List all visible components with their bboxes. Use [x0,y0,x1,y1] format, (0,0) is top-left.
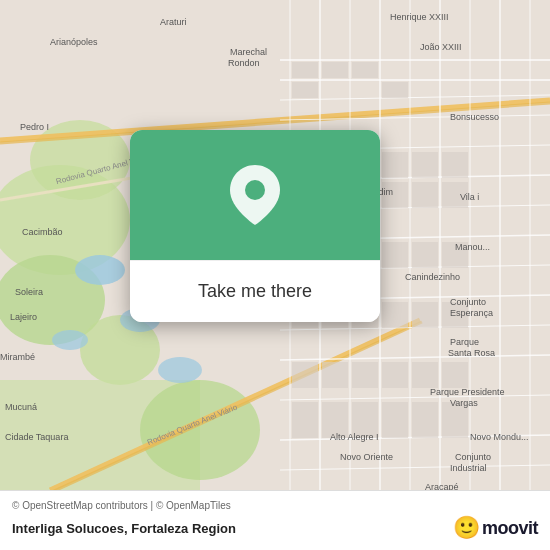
svg-text:Esperança: Esperança [450,308,493,318]
svg-rect-60 [382,242,408,268]
svg-text:Cidade Taquara: Cidade Taquara [5,432,68,442]
svg-text:Mucuná: Mucuná [5,402,37,412]
svg-text:Canindezinho: Canindezinho [405,272,460,282]
svg-point-114 [245,180,265,200]
svg-rect-72 [382,362,408,388]
svg-text:Santa Rosa: Santa Rosa [448,348,495,358]
svg-point-6 [140,380,260,480]
svg-text:Vila i: Vila i [460,192,479,202]
svg-text:Marechal: Marechal [230,47,267,57]
svg-text:Conjunto: Conjunto [450,297,486,307]
moovit-brand-text: moovit [482,518,538,539]
svg-point-9 [52,330,88,350]
svg-rect-78 [382,402,408,438]
svg-text:Novo Mondu...: Novo Mondu... [470,432,529,442]
svg-point-7 [75,255,125,285]
svg-rect-70 [322,362,348,388]
svg-rect-48 [382,152,408,178]
svg-text:Parque Presidente: Parque Presidente [430,387,505,397]
svg-text:Vargas: Vargas [450,398,478,408]
svg-rect-73 [412,362,438,388]
svg-rect-66 [382,302,408,328]
svg-text:Arianópoles: Arianópoles [50,37,98,47]
svg-rect-50 [442,152,468,178]
svg-rect-71 [352,362,378,388]
take-me-there-button[interactable]: Take me there [150,275,360,308]
svg-text:Lajeiro: Lajeiro [10,312,37,322]
svg-rect-75 [292,402,318,438]
svg-rect-61 [412,242,438,268]
svg-rect-43 [352,62,378,78]
svg-rect-42 [292,82,318,98]
svg-text:Soleira: Soleira [15,287,43,297]
svg-text:Rondon: Rondon [228,58,260,68]
svg-text:Industrial: Industrial [450,463,487,473]
svg-rect-74 [442,362,468,388]
map-attribution: © OpenStreetMap contributors | © OpenMap… [12,500,538,511]
svg-text:Alto Alegre I: Alto Alegre I [330,432,379,442]
location-row: Interliga Solucoes, Fortaleza Region 🙂 m… [12,515,538,541]
svg-text:Henrique XXIII: Henrique XXIII [390,12,449,22]
card-map-area [130,130,380,260]
svg-point-10 [158,357,202,383]
svg-text:Cacimbão: Cacimbão [22,227,63,237]
svg-rect-40 [292,62,318,78]
svg-rect-49 [412,152,438,178]
moovit-smiley-icon: 🙂 [453,515,480,541]
card-button-area: Take me there [130,260,380,322]
svg-text:Manou...: Manou... [455,242,490,252]
map-container: Araturi Arianópoles Pedro I Cacimbão Sol… [0,0,550,490]
svg-text:Mirambé: Mirambé [0,352,35,362]
svg-text:Araturi: Araturi [160,17,187,27]
svg-rect-67 [412,302,438,328]
svg-text:Aracapé: Aracapé [425,482,459,490]
destination-card: Take me there [130,130,380,322]
bottom-bar: © OpenStreetMap contributors | © OpenMap… [0,490,550,550]
svg-text:Novo Oriente: Novo Oriente [340,452,393,462]
svg-text:Parque: Parque [450,337,479,347]
svg-rect-44 [382,82,408,98]
location-pin-icon [230,165,280,225]
svg-rect-41 [322,62,348,78]
svg-rect-69 [292,362,318,388]
svg-text:João XXIII: João XXIII [420,42,462,52]
svg-text:Conjunto: Conjunto [455,452,491,462]
svg-text:Bonsucesso: Bonsucesso [450,112,499,122]
svg-text:Pedro I: Pedro I [20,122,49,132]
svg-rect-79 [412,402,438,438]
moovit-logo: 🙂 moovit [453,515,538,541]
location-name: Interliga Solucoes, Fortaleza Region [12,521,236,536]
svg-rect-55 [412,182,438,208]
